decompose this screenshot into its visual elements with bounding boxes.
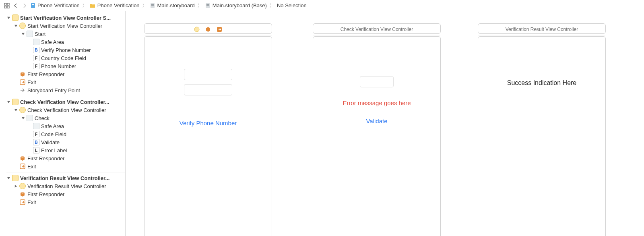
- validate-button[interactable]: Validate: [366, 118, 387, 124]
- button-row[interactable]: B Validate: [0, 138, 125, 146]
- item-label: Storyboard Entry Point: [27, 87, 80, 93]
- safe-area-icon: [33, 39, 39, 45]
- svg-rect-0: [4, 3, 6, 5]
- vc-label: Verification Result View Controller: [27, 183, 106, 189]
- view-icon: [27, 115, 33, 121]
- storyboard-canvas[interactable]: Verify Phone Number Check Verification V…: [126, 11, 644, 236]
- disclosure-open-icon[interactable]: [6, 16, 10, 20]
- scene-header-selected[interactable]: [144, 23, 272, 34]
- crumb-label: No Selection: [277, 2, 307, 8]
- exit-row[interactable]: Exit: [0, 198, 125, 206]
- svg-rect-4: [31, 3, 35, 8]
- crumb-storyboard[interactable]: Main.storyboard: [150, 2, 195, 8]
- scene-row[interactable]: Verification Result View Controller...: [0, 174, 125, 182]
- error-label: Error message goes here: [343, 99, 411, 106]
- verify-phone-button[interactable]: Verify Phone Number: [180, 120, 237, 126]
- crumb-folder[interactable]: Phone Verification: [90, 2, 140, 8]
- chevron-right-icon: 〉: [81, 2, 88, 9]
- safe-area-icon: [33, 123, 39, 129]
- item-label: Verify Phone Number: [41, 47, 91, 53]
- nav-forward-icon[interactable]: [21, 2, 28, 9]
- item-label: Exit: [27, 79, 36, 85]
- crumb-storyboard-base[interactable]: Main.storyboard (Base): [205, 2, 267, 8]
- exit-row[interactable]: Exit: [0, 78, 125, 86]
- view-row[interactable]: Check: [0, 114, 125, 122]
- first-responder-row[interactable]: First Responder: [0, 154, 125, 162]
- scene-title: Verification Result View Controller: [478, 24, 605, 35]
- scene-title: Check Verification View Controller: [313, 24, 440, 35]
- scene-header[interactable]: Check Verification View Controller: [313, 23, 441, 34]
- svg-rect-9: [206, 4, 209, 6]
- country-code-field[interactable]: [184, 69, 232, 80]
- viewcontroller-icon: [19, 107, 26, 113]
- view-row[interactable]: Start: [0, 30, 125, 38]
- exit-icon: [19, 199, 26, 205]
- scene-result[interactable]: Success Indication Here: [478, 36, 606, 236]
- button-icon: B: [33, 139, 39, 145]
- label-row[interactable]: L Error Label: [0, 146, 125, 154]
- crumb-no-selection[interactable]: No Selection: [277, 2, 307, 8]
- phone-number-field[interactable]: [184, 84, 232, 95]
- scene-check[interactable]: Error message goes here Validate: [313, 36, 441, 236]
- disclosure-open-icon[interactable]: [14, 108, 18, 112]
- project-file-icon: [30, 2, 36, 8]
- crumb-label: Phone Verification: [97, 2, 140, 8]
- scene-label: Verification Result View Controller...: [20, 175, 109, 181]
- document-outline[interactable]: Start Verification View Controller S... …: [0, 11, 126, 236]
- crumb-label: Phone Verification: [37, 2, 80, 8]
- scene-row[interactable]: Start Verification View Controller S...: [0, 14, 125, 22]
- crumb-label: Main.storyboard (Base): [213, 2, 267, 8]
- textfield-row[interactable]: F Phone Number: [0, 62, 125, 70]
- scene-header[interactable]: Verification Result View Controller: [478, 23, 606, 34]
- disclosure-open-icon[interactable]: [6, 100, 10, 104]
- disclosure-open-icon[interactable]: [21, 32, 25, 36]
- success-label: Success Indication Here: [507, 79, 577, 87]
- cube-icon: [19, 155, 26, 161]
- first-responder-row[interactable]: First Responder: [0, 70, 125, 78]
- disclosure-open-icon[interactable]: [21, 116, 25, 120]
- exit-row[interactable]: Exit: [0, 162, 125, 170]
- cube-icon: [19, 71, 26, 77]
- disclosure-closed-icon[interactable]: [14, 184, 18, 188]
- scene-row[interactable]: Check Verification View Controller...: [0, 98, 125, 106]
- viewcontroller-row[interactable]: Verification Result View Controller: [0, 182, 125, 190]
- button-row[interactable]: B Verify Phone Number: [0, 46, 125, 54]
- chevron-right-icon: 〉: [268, 2, 275, 9]
- item-label: First Responder: [27, 191, 64, 197]
- first-responder-row[interactable]: First Responder: [0, 190, 125, 198]
- textfield-row[interactable]: F Country Code Field: [0, 54, 125, 62]
- viewcontroller-icon: [19, 23, 26, 29]
- safe-area-row[interactable]: Safe Area: [0, 38, 125, 46]
- svg-rect-5: [32, 4, 34, 5]
- chevron-right-icon: 〉: [196, 2, 203, 9]
- related-items-icon[interactable]: [3, 2, 10, 9]
- crumb-project[interactable]: Phone Verification: [30, 2, 80, 8]
- viewcontroller-header-icon: [194, 27, 200, 32]
- disclosure-open-icon[interactable]: [14, 24, 18, 28]
- item-label: Safe Area: [41, 123, 64, 129]
- code-field[interactable]: [360, 76, 394, 87]
- scene-icon: [12, 99, 19, 105]
- item-label: Error Label: [41, 147, 67, 153]
- scene-label: Check Verification View Controller...: [20, 99, 109, 105]
- view-label: Start: [35, 31, 45, 37]
- viewcontroller-row[interactable]: Check Verification View Controller: [0, 106, 125, 114]
- textfield-row[interactable]: F Code Field: [0, 130, 125, 138]
- crumb-label: Main.storyboard: [157, 2, 195, 8]
- nav-back-icon[interactable]: [12, 2, 19, 9]
- item-label: First Responder: [27, 71, 64, 77]
- textfield-icon: F: [33, 63, 39, 69]
- viewcontroller-row[interactable]: Start Verification View Controller: [0, 22, 125, 30]
- item-label: Phone Number: [41, 63, 76, 69]
- arrow-right-icon: [19, 87, 26, 93]
- button-icon: B: [33, 47, 39, 53]
- item-label: Country Code Field: [41, 55, 86, 61]
- entry-point-row[interactable]: Storyboard Entry Point: [0, 86, 125, 94]
- item-label: Exit: [27, 199, 36, 205]
- exit-header-icon: [217, 27, 222, 32]
- svg-rect-7: [151, 4, 154, 6]
- exit-icon: [19, 163, 26, 170]
- disclosure-open-icon[interactable]: [6, 176, 10, 180]
- scene-start[interactable]: Verify Phone Number: [144, 36, 272, 236]
- safe-area-row[interactable]: Safe Area: [0, 122, 125, 130]
